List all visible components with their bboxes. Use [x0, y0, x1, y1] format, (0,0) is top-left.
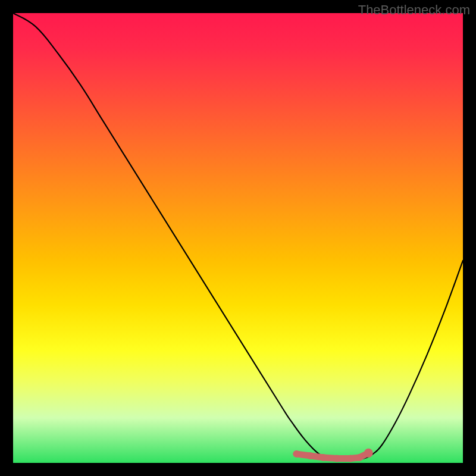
watermark-text: TheBottleneck.com	[358, 2, 470, 18]
chart-container: TheBottleneck.com	[0, 0, 476, 476]
optimal-marker-dot	[306, 452, 314, 459]
optimal-marker-dot	[347, 455, 354, 462]
marker-layer	[13, 13, 463, 463]
optimal-range-markers	[293, 449, 372, 462]
plot-area	[13, 13, 463, 463]
optimal-marker-dot	[320, 454, 327, 461]
optimal-marker-dot	[333, 455, 340, 462]
optimal-marker-dot	[293, 450, 300, 458]
optimal-marker-dot	[356, 454, 363, 461]
optimal-marker-dot	[364, 449, 373, 458]
